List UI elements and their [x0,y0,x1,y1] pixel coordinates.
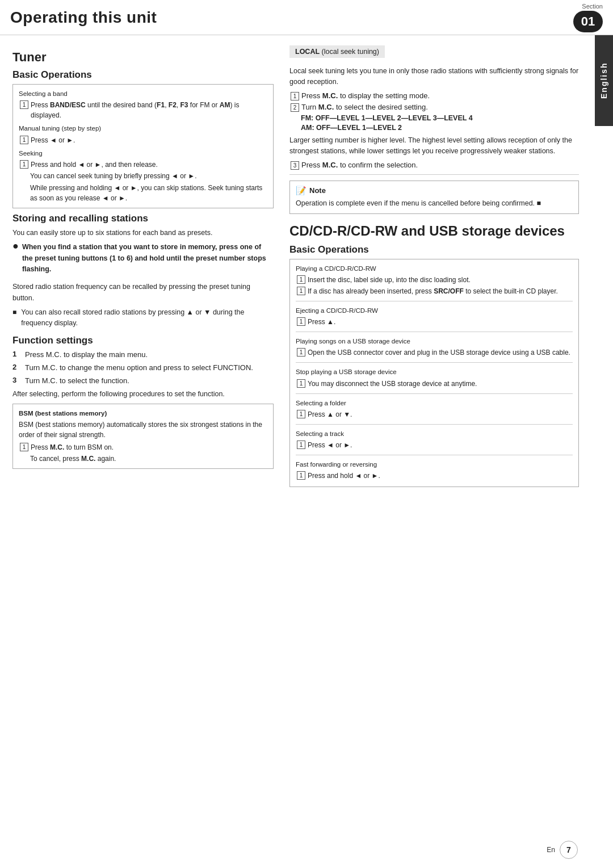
note-text: Operation is complete even if the menu i… [296,198,573,209]
cd-divider-2 [296,332,573,332]
storing-bullet2: ■ You can also recall stored radio stati… [12,307,274,329]
cd-step-num-3: 1 [297,348,305,357]
fn-step-num-3: 3 [12,376,20,386]
step-num-3: 1 [20,160,28,169]
stop-usb-step1-text: You may disconnect the USB storage devic… [308,379,573,389]
playing-cd-step1b-row: 1 If a disc has already been inserted, p… [297,286,573,296]
playing-cd-step1b-text: If a disc has already been inserted, pre… [308,286,573,296]
footer: En 7 [0,841,599,859]
playing-usb-step1-row: 1 Open the USB connector cover and plug … [297,347,573,358]
cd-step-num-6: 1 [297,441,305,449]
cd-step-num-4: 1 [297,379,305,388]
main-content: Tuner Basic Operations Selecting a band … [0,35,613,502]
tuner-title: Tuner [12,50,274,65]
fn-step-3: 3 Turn M.C. to select the function. [12,376,274,386]
divider-1 [289,174,579,175]
cd-divider-6 [296,455,573,455]
selecting-folder-step1-row: 1 Press ▲ or ▼. [297,409,573,420]
section-badge: Section 01 [573,3,603,32]
fn-step-num-1: 1 [12,350,20,360]
bsm-step-num: 1 [20,443,28,451]
playing-cd-step1-row: 1 Insert the disc, label side up, into t… [297,275,573,285]
local-para2: Larger setting number is higher level. T… [289,135,579,157]
language-tab: English [595,35,613,126]
fn-step-2-text: Turn M.C. to change the menu option and … [25,363,253,373]
basic-operations-heading: Basic Operations [12,69,274,81]
left-column: Tuner Basic Operations Selecting a band … [12,45,274,492]
selecting-track-step1-text: Press ◄ or ►. [308,440,573,450]
storing-para1: You can easily store up to six stations … [12,228,274,238]
cd-divider-1 [296,301,573,301]
note-box: 📝 Note Operation is complete even if the… [289,181,579,214]
am-level: AM: OFF—LEVEL 1—LEVEL 2 [301,124,579,132]
cd-basic-operations-box: Playing a CD/CD-R/CD-RW 1 Insert the dis… [289,259,579,488]
seeking-label: Seeking [19,149,267,158]
selecting-band-label: Selecting a band [19,89,267,99]
cd-step-num-5: 1 [297,410,305,418]
seeking-note2: While pressing and holding ◄ or ►, you c… [30,183,267,203]
footer-page-number: 7 [560,841,578,859]
footer-en-label: En [547,846,555,854]
stop-usb-label: Stop playing a USB storage device [296,367,573,377]
bsm-label: BSM (best stations memory) [19,409,267,418]
bsm-cancel-text: To cancel, press M.C. again. [30,454,267,464]
fn-step-num-2: 2 [12,363,20,373]
square-bullet-1: ■ [12,307,16,318]
function-settings-heading: Function settings [12,335,274,346]
page-title: Operating this unit [10,9,157,27]
playing-cd-step1-text: Insert the disc, label side up, into the… [308,275,573,285]
manual-tuning-step1-text: Press ◄ or ►. [31,135,267,145]
cd-divider-4 [296,393,573,394]
fn-step-1: 1 Press M.C. to display the main menu. [12,350,274,360]
local-bold: LOCAL [295,48,320,56]
selecting-folder-label: Selecting a folder [296,399,573,408]
storing-bullet1-text: When you find a station that you want to… [22,242,274,275]
note-title: 📝 Note [296,186,573,196]
fn-step-1-text: Press M.C. to display the main menu. [25,350,148,360]
right-column: LOCAL (local seek tuning) Local seek tun… [289,45,601,492]
manual-tuning-step1-row: 1 Press ◄ or ►. [20,135,267,145]
cd-step-num-1b: 1 [297,287,305,295]
playing-usb-label: Playing songs on a USB storage device [296,337,573,346]
local-step-num-2: 2 [291,103,299,112]
local-para: Local seek tuning lets you tune in only … [289,66,579,88]
fm-level: FM: OFF—LEVEL 1—LEVEL 2—LEVEL 3—LEVEL 4 [301,114,579,122]
top-header: Operating this unit Section 01 [0,0,613,35]
selecting-track-label: Selecting a track [296,429,573,439]
local-label: LOCAL (local seek tuning) [289,45,385,58]
local-step3-text: Press M.C. to confirm the selection. [301,161,579,169]
manual-tuning-label: Manual tuning (step by step) [19,124,267,133]
fast-forward-step1-row: 1 Press and hold ◄ or ►. [297,471,573,481]
fast-forward-label: Fast forwarding or reversing [296,460,573,469]
bsm-box: BSM (best stations memory) BSM (best sta… [12,404,274,469]
cd-step-num-2: 1 [297,317,305,326]
seeking-step1-row: 1 Press and hold ◄ or ►, and then releas… [20,160,267,170]
bullet-dot-1: ● [12,241,19,251]
fn-step-2: 2 Turn M.C. to change the menu option an… [12,363,274,373]
fn-step-3-text: Turn M.C. to select the function. [25,376,129,386]
cd-basic-operations-heading: Basic Operations [289,244,579,255]
bsm-para: BSM (best stations memory) automatically… [19,420,267,440]
cd-divider-5 [296,424,573,425]
cd-step-num-7: 1 [297,471,305,480]
selecting-track-step1-row: 1 Press ◄ or ►. [297,440,573,450]
selecting-band-step1-row: 1 Press BAND/ESC until the desired band … [20,100,267,120]
selecting-folder-step1-text: Press ▲ or ▼. [308,409,573,420]
local-step3-row: 3 Press M.C. to confirm the selection. [291,161,579,170]
note-icon: 📝 [296,186,306,196]
local-step2-row: 2 Turn M.C. to select the desired settin… [291,103,579,112]
storing-heading: Storing and recalling stations [12,213,274,224]
local-normal: (local seek tuning) [320,48,379,56]
local-step1-row: 1 Press M.C. to display the setting mode… [291,91,579,100]
note-title-text: Note [309,186,326,195]
storing-bullet1: ● When you find a station that you want … [12,242,274,278]
bsm-step1-row: 1 Press M.C. to turn BSM on. [20,442,267,452]
section-number: 01 [573,11,603,32]
step-num-2: 1 [20,136,28,144]
ejecting-label: Ejecting a CD/CD-R/CD-RW [296,306,573,316]
ejecting-step1-text: Press ▲. [308,317,573,327]
basic-operations-box: Selecting a band 1 Press BAND/ESC until … [12,84,274,208]
selecting-band-step1-text: Press BAND/ESC until the desired band (F… [31,100,267,120]
playing-usb-step1-text: Open the USB connector cover and plug in… [308,347,573,358]
cd-section-title: CD/CD-R/CD-RW and USB storage devices [289,223,579,240]
